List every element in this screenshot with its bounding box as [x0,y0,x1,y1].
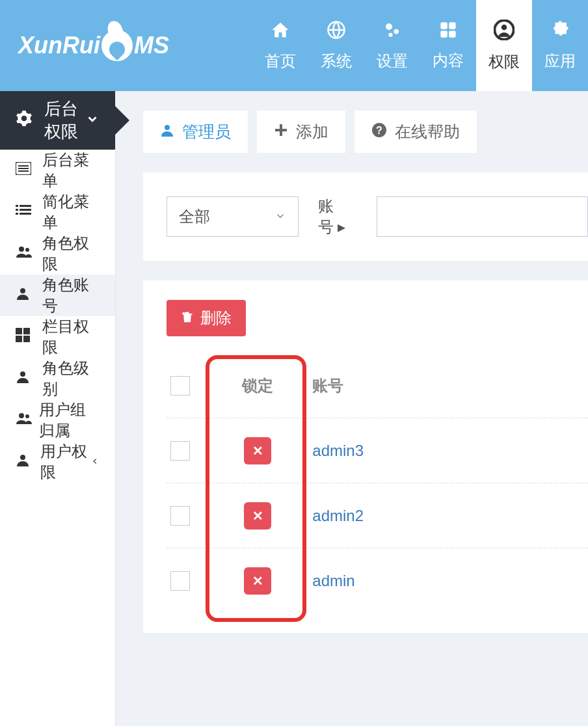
svg-point-1 [386,23,392,30]
gear-icon [16,110,33,131]
svg-rect-7 [449,31,456,37]
sidebar: 后台权限 后台菜单 简化菜单 角色权限 [0,91,116,726]
table-row: ✕ admin2 [167,483,588,548]
account-link[interactable]: admin3 [312,442,364,459]
account-link[interactable]: admin [312,572,354,589]
row-checkbox[interactable] [170,506,190,526]
tab-add[interactable]: 添加 [257,111,345,153]
grid-icon [439,21,457,44]
filter-account-input[interactable] [377,196,588,237]
user-icon [160,123,174,141]
svg-point-27 [20,371,25,377]
svg-rect-25 [16,336,22,342]
sidebar-head-label: 后台权限 [44,98,85,143]
svg-rect-4 [440,22,448,29]
tab-admin[interactable]: 管理员 [143,111,248,153]
content-tabs: 管理员 添加 ? 在线帮助 [116,111,588,153]
sidebar-head[interactable]: 后台权限 [0,91,115,150]
sidebar-item-label: 栏目权限 [42,316,100,358]
svg-rect-23 [16,328,22,334]
sidebar-item-role-account[interactable]: 角色账号 [0,275,115,316]
globe-icon [327,20,346,44]
accounts-table: 锁定 账号 ✕ admin3 ✕ admin2 ✕ admin [167,353,588,613]
table-row: ✕ admin3 [167,418,588,483]
sidebar-item-role-permission[interactable]: 角色权限 [0,233,115,275]
lock-toggle[interactable]: ✕ [244,567,271,595]
sidebar-item-label: 角色账号 [42,275,100,316]
sidebar-item-user-permission[interactable]: 用户权限 [0,441,115,483]
nav-content[interactable]: 内容 [420,0,476,91]
sidebar-item-role-level[interactable]: 角色级别 [0,358,115,399]
filter-label: 账号 ▸ [318,196,357,237]
chevron-left-icon [90,455,100,469]
svg-point-21 [25,248,29,252]
svg-rect-13 [18,170,29,172]
svg-point-31 [165,125,170,130]
logo-pre: XunRui [18,32,100,59]
sidebar-item-column-permission[interactable]: 栏目权限 [0,316,115,358]
svg-rect-6 [440,31,448,37]
svg-point-30 [20,455,25,460]
trash-icon [181,309,194,327]
svg-point-3 [388,33,392,36]
row-checkbox[interactable] [170,441,190,461]
svg-rect-15 [20,205,31,207]
sidebar-item-backend-menu[interactable]: 后台菜单 [0,150,115,191]
svg-point-9 [501,24,507,30]
svg-text:?: ? [376,125,382,136]
user-icon [16,370,36,388]
user-circle-icon [494,20,514,45]
tab-help[interactable]: ? 在线帮助 [354,111,477,153]
sidebar-item-label: 用户权限 [40,441,91,483]
tab-label: 在线帮助 [395,121,460,142]
svg-rect-17 [20,209,31,211]
filter-select-value: 全部 [179,206,210,227]
col-account-head: 账号 [303,375,588,396]
row-checkbox[interactable] [170,571,190,591]
nav-settings[interactable]: 设置 [364,0,420,91]
svg-rect-11 [18,165,29,167]
svg-rect-26 [23,336,30,342]
table-panel: 删除 锁定 账号 ✕ admin3 ✕ admin2 [143,280,588,633]
checkbox-all[interactable] [170,376,190,396]
delete-button-label: 删除 [200,308,232,329]
sidebar-item-label: 角色级别 [42,358,100,399]
lock-toggle[interactable]: ✕ [244,437,271,464]
col-lock-head: 锁定 [212,375,303,396]
lock-toggle[interactable]: ✕ [244,502,271,530]
table-head: 锁定 账号 [167,353,588,418]
puzzle-icon [550,20,570,44]
sidebar-item-label: 简化菜单 [42,191,100,233]
svg-point-29 [25,414,29,418]
sidebar-item-label: 用户组归属 [39,399,100,441]
th-large-icon [16,328,36,346]
list-alt-icon [16,162,36,179]
plus-icon [274,123,288,141]
svg-point-22 [20,288,25,293]
sidebar-item-simple-menu[interactable]: 简化菜单 [0,191,115,233]
nav-home[interactable]: 首页 [252,0,308,91]
filter-panel: 全部 账号 ▸ [143,172,588,261]
list-icon [16,204,36,221]
svg-rect-18 [16,213,18,215]
svg-rect-12 [18,168,29,169]
top-nav: 首页 系统 设置 内容 权限 [252,0,588,91]
users-icon [16,411,33,429]
logo-flame-icon [101,30,133,61]
sidebar-item-label: 角色权限 [42,233,100,275]
table-row: ✕ admin [167,548,588,613]
filter-select[interactable]: 全部 [167,196,298,237]
account-link[interactable]: admin2 [312,507,364,524]
svg-rect-33 [275,129,287,131]
nav-permission[interactable]: 权限 [476,0,532,91]
nav-apps[interactable]: 应用 [532,0,588,91]
logo-post: MS [134,32,169,59]
svg-rect-14 [16,205,18,207]
sidebar-head-arrow [115,106,129,135]
nav-system[interactable]: 系统 [308,0,364,91]
svg-rect-19 [20,213,31,215]
sidebar-item-usergroup[interactable]: 用户组归属 [0,399,115,441]
cogs-icon [382,20,402,44]
delete-button[interactable]: 删除 [167,300,246,336]
user-icon [16,286,36,304]
